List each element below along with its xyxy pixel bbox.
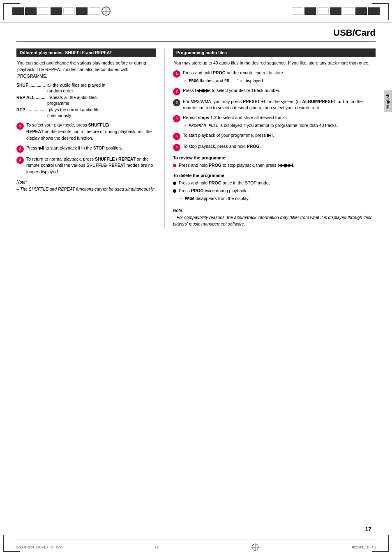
mode-desc-repall: repeats all the audio files/ <box>46 95 156 100</box>
right-step-text-3: For MP3/WMA, you may press PRESET +/- on… <box>183 99 376 112</box>
mode-label-shuf: SHUF ............. <box>16 83 45 88</box>
arrow-delete: → <box>179 196 183 202</box>
review-bullet-1: Press and hold PROG to stop playback, th… <box>173 162 376 169</box>
left-note-text: – The SHUFFLE and REPEAT functions canno… <box>16 186 156 193</box>
right-note: Note: – For compatibility reasons, the a… <box>173 208 376 228</box>
right-step-num-2: 2 <box>173 88 180 95</box>
main-content: Different play modes: SHUFFLE and REPEAT… <box>0 42 392 234</box>
segment <box>317 7 329 15</box>
right-step-5: 5 To start playback of your programme, p… <box>173 132 376 140</box>
segment <box>292 7 303 15</box>
mode-item-shuf: SHUF ............. all the audio files a… <box>16 83 156 88</box>
right-step-4: 4 Repeat steps 1-2 to select and store a… <box>173 115 376 129</box>
segment <box>25 7 37 15</box>
review-heading: To review the programme <box>173 155 376 160</box>
page-number: 17 <box>365 526 371 532</box>
segment <box>38 7 49 15</box>
right-step-num-3: 3 <box>173 99 180 106</box>
delete-bullet-1: Press and hold PROG once in the STOP mod… <box>173 180 376 187</box>
left-step-3: 3 To return to normal playback, press SH… <box>16 156 156 175</box>
title-area: USB/Card <box>0 23 392 41</box>
right-step-num-1: 1 <box>173 70 180 78</box>
mode-desc-repall-cont: programme <box>16 101 156 106</box>
right-column: Programming audio files You may store up… <box>173 48 376 228</box>
review-text: Press and hold PROG to stop playback, th… <box>179 162 376 169</box>
mode-desc-rep-cont: continuously <box>16 113 156 118</box>
arrow-4: → <box>183 122 187 129</box>
mode-item-repall: REP ALL ......... repeats all the audio … <box>16 95 156 100</box>
right-step-text-6: To stop playback, press and hold PROG. <box>183 143 376 150</box>
corner-bracket-tr <box>372 3 389 20</box>
bottom-left-text: pg001-024_DC910_37_Eng <box>16 545 62 549</box>
prog-disappears-text: PROG disappears from the display. <box>185 196 249 202</box>
segment <box>330 7 341 15</box>
mode-item-rep: REP ................. plays the current … <box>16 107 156 112</box>
bottom-right-text: 8/25/08, 10:43 <box>352 545 376 549</box>
right-step-text-2: Press I◀◀▶▶I to select your desired trac… <box>183 88 376 94</box>
step-text-3: To return to normal playback, press SHUF… <box>26 156 156 175</box>
step-num-2: 2 <box>16 145 24 153</box>
mode-label-rep: REP ................. <box>16 107 47 112</box>
left-intro-text: You can select and change the various pl… <box>16 60 156 79</box>
mode-desc-shuf-cont: random order <box>16 88 156 93</box>
corner-bracket-tl <box>3 3 20 20</box>
page-title: USB/Card <box>333 28 376 38</box>
segment <box>63 7 75 15</box>
step-text-2: Press ▶II to start playback if in the ST… <box>26 145 156 152</box>
prog-flash-text: PROG flashes, and PR □ 1 is displayed. <box>189 78 264 84</box>
segment <box>304 7 316 15</box>
delete-text-1: Press and hold PROG once in the STOP mod… <box>179 180 376 187</box>
delete-bullet-dot-2 <box>173 189 176 193</box>
left-note-label: Note: <box>16 180 156 184</box>
right-step-text-5: To start playback of your programme, pre… <box>183 132 376 139</box>
top-bar-right-segments <box>292 7 380 15</box>
right-intro-text: You may store up to 40 audio files in th… <box>173 60 376 67</box>
right-step-num-5: 5 <box>173 133 180 140</box>
left-step-2: 2 Press ▶II to start playback if in the … <box>16 145 156 153</box>
top-bar-left-segments <box>12 7 100 15</box>
segment <box>343 7 354 15</box>
left-column: Different play modes: SHUFFLE and REPEAT… <box>16 48 156 228</box>
bottom-bar: pg001-024_DC910_37_Eng 17 8/25/08, 10:43 <box>16 539 376 552</box>
right-step-3: 3 For MP3/WMA, you may press PRESET +/- … <box>173 99 376 112</box>
left-step-1: 1 To select your play mode, press SHUFFL… <box>16 122 156 141</box>
step-num-3: 3 <box>16 157 24 164</box>
bottom-crosshair-icon <box>251 543 260 552</box>
mode-list: SHUF ............. all the audio files a… <box>16 83 156 118</box>
column-divider <box>164 48 165 228</box>
english-tab: English <box>384 90 392 112</box>
program-full-text: PROGRAM FULL is displayed if you attempt… <box>189 122 338 129</box>
right-step-2: 2 Press I◀◀▶▶I to select your desired tr… <box>173 88 376 95</box>
left-note: Note: – The SHUFFLE and REPEAT functions… <box>16 180 156 193</box>
delete-bullet-2: Press PROG twice during playback. → PROG… <box>173 188 376 202</box>
right-section-heading: Programming audio files <box>173 48 376 57</box>
review-bullet-dot <box>173 164 176 167</box>
right-step-1: 1 Press and hold PROG on the remote cont… <box>173 70 376 84</box>
right-step-6: 6 To stop playback, press and hold PROG. <box>173 143 376 151</box>
delete-heading: To delete the programme <box>173 173 376 178</box>
segment <box>76 7 88 15</box>
right-step-num-4: 4 <box>173 115 180 122</box>
right-step-text-1: Press and hold PROG on the remote contro… <box>183 70 376 84</box>
delete-bullet-dot-1 <box>173 182 176 185</box>
step-text-1: To select your play mode, press SHUFFLE/… <box>26 122 156 141</box>
mode-label-repall: REP ALL ......... <box>16 95 46 100</box>
segment <box>89 7 100 15</box>
crosshair-icon <box>100 5 112 17</box>
bottom-center-text: 17 <box>154 545 159 549</box>
left-section-heading: Different play modes: SHUFFLE and REPEAT <box>16 48 156 57</box>
delete-text-2: Press PROG twice during playback. → PROG… <box>179 188 376 202</box>
top-bar <box>0 0 392 23</box>
step-num-1: 1 <box>16 122 24 130</box>
mode-desc-shuf: all the audio files are played in <box>45 83 156 88</box>
mode-desc-rep: plays the current audio file <box>47 107 156 112</box>
right-note-text: – For compatibility reasons, the album/t… <box>173 214 376 228</box>
segment <box>355 7 367 15</box>
right-step-text-4: Repeat steps 1-2 to select and store all… <box>183 115 376 129</box>
right-step-num-6: 6 <box>173 144 180 151</box>
arrow-1: → <box>183 78 187 84</box>
segment <box>51 7 62 15</box>
right-note-label: Note: <box>173 208 376 213</box>
